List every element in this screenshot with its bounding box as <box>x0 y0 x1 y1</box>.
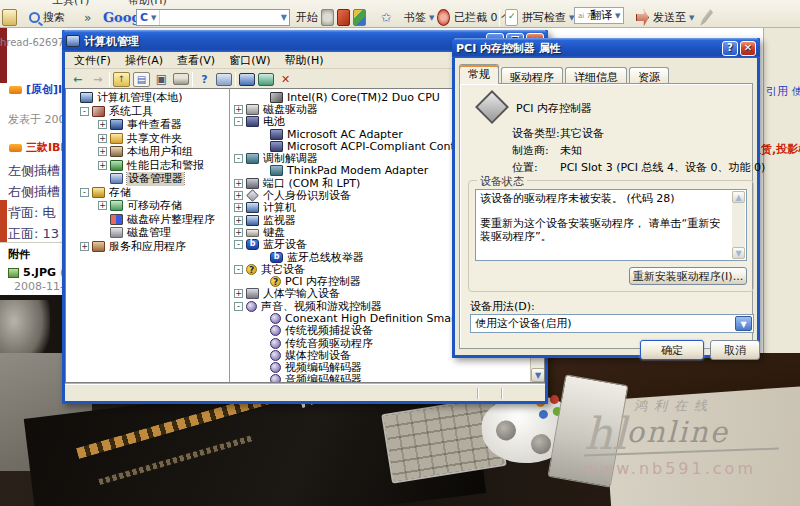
home-icon[interactable] <box>2 9 17 26</box>
device-icon <box>246 116 259 127</box>
device-icon <box>246 215 259 226</box>
browser-menu-tools[interactable]: 工具(T) <box>52 0 89 7</box>
menu-item[interactable]: 查看(V) <box>170 52 222 69</box>
tree-expand-toggle[interactable]: - <box>234 240 243 249</box>
device-tree-item[interactable]: 音频编码解码器 <box>230 374 530 382</box>
close-button[interactable]: ✕ <box>740 41 756 56</box>
console-tree-item[interactable]: 计算机管理(本地) <box>66 91 229 105</box>
console-tree-item[interactable]: + 本地用户和组 <box>66 145 229 159</box>
console-tree-item[interactable]: 设备管理器 <box>66 172 229 186</box>
google-search-box[interactable]: C▼▼ <box>136 9 290 26</box>
console-tree-item[interactable]: + 共享文件夹 <box>66 132 229 146</box>
tree-item-icon <box>110 133 123 144</box>
tree-expand-toggle[interactable]: + <box>234 289 243 298</box>
tree-expand-toggle[interactable]: - <box>234 302 243 311</box>
tree-item-label: 磁盘碎片整理程序 <box>127 213 215 227</box>
show-tree-icon[interactable]: ▤ <box>133 72 150 87</box>
console-tree-item[interactable]: - 存储 <box>66 186 229 200</box>
tree-expand-toggle[interactable]: - <box>234 154 243 163</box>
console-tree-item[interactable]: + 事件查看器 <box>66 118 229 132</box>
dialog-tab[interactable]: 资源 <box>629 67 669 84</box>
highlight-icon[interactable] <box>337 9 350 26</box>
up-one-level-icon[interactable]: ↑ <box>113 72 130 87</box>
dialog-tab[interactable]: 详细信息 <box>565 67 627 84</box>
start-button[interactable]: 开始 <box>293 9 321 26</box>
pencil-icon[interactable] <box>700 9 713 26</box>
device-icon <box>270 313 281 324</box>
tree-expand-toggle[interactable]: + <box>234 228 243 237</box>
back-icon[interactable]: ← <box>69 72 86 87</box>
tree-expand-toggle[interactable]: - <box>234 265 243 274</box>
device-tree-item[interactable]: 视频编码解码器 <box>230 362 530 374</box>
device-icon <box>246 239 259 250</box>
star-icon[interactable]: ✩ <box>381 9 392 26</box>
reinstall-driver-button[interactable]: 重新安装驱动程序(I)... <box>629 267 747 285</box>
device-label: 蓝牙设备 <box>263 239 307 251</box>
menu-item[interactable]: 窗口(W) <box>222 52 277 69</box>
dialog-tab[interactable]: 驱动程序 <box>501 67 563 84</box>
tree-item-label: 性能日志和警报 <box>127 159 204 173</box>
tree-expand-toggle[interactable]: + <box>80 242 89 251</box>
chevron-down-icon: ▼ <box>615 12 620 20</box>
export-list-icon[interactable] <box>216 73 232 86</box>
scan-hardware-icon[interactable] <box>258 73 274 86</box>
google-custom-button[interactable]: C▼ <box>137 10 160 25</box>
browser-menu-help[interactable]: 帮助(H) <box>128 0 167 7</box>
search-box-dropdown-arrow[interactable]: ▼ <box>281 13 287 22</box>
uninstall-icon[interactable]: ✕ <box>277 72 294 87</box>
device-usage-dropdown[interactable]: 使用这个设备(启用) ▼ <box>470 314 754 333</box>
console-tree-item[interactable]: + 可移动存储 <box>66 199 229 213</box>
forum-action-links[interactable]: 引用 使 <box>766 84 800 99</box>
console-tree-item[interactable]: + 服务和应用程序 <box>66 240 229 254</box>
menu-item[interactable]: 帮助(H) <box>278 52 331 69</box>
ok-button[interactable]: 确定 <box>640 340 704 360</box>
tree-expand-toggle[interactable]: + <box>98 134 107 143</box>
console-tree-item[interactable]: - 系统工具 <box>66 105 229 119</box>
spellcheck-button[interactable]: 拼写检查▼ <box>519 9 577 26</box>
tree-expand-toggle[interactable]: - <box>80 188 89 197</box>
device-icon <box>246 104 259 115</box>
forward-icon[interactable]: → <box>89 72 106 87</box>
toolbar-overflow-chevron[interactable]: » <box>84 9 91 26</box>
dialog-titlebar[interactable]: PCI 内存控制器 属性 ? ✕ <box>452 38 760 58</box>
tree-expand-toggle[interactable]: + <box>234 203 243 212</box>
browser-toolbar-row: 搜索 » Google C▼▼ 开始 ✩ 书签▼ 已拦截 0 个 拼写检查▼ a… <box>0 7 800 28</box>
menu-item[interactable]: 操作(A) <box>118 52 170 69</box>
console-tree-item[interactable]: 磁盘碎片整理程序 <box>66 213 229 227</box>
tree-expand-toggle[interactable]: - <box>80 107 89 116</box>
bookmarks-button[interactable]: 书签▼ <box>401 9 437 26</box>
options-icon[interactable] <box>353 9 366 26</box>
tree-expand-toggle[interactable]: + <box>234 105 243 114</box>
forum-spec-lines: 左侧插槽右侧插槽背面: 电正面: 13 <box>8 162 60 246</box>
statusbar-divider <box>501 388 503 399</box>
tree-expand-toggle[interactable]: + <box>234 191 243 200</box>
scroll-up-icon[interactable]: ▲ <box>732 191 745 203</box>
menu-item[interactable]: 文件(F) <box>67 52 118 69</box>
scroll-down-icon[interactable]: ▼ <box>732 247 745 259</box>
search-button[interactable]: 搜索 <box>26 9 68 26</box>
scroll-down-icon[interactable]: ▼ <box>531 368 545 382</box>
tree-expand-toggle[interactable]: + <box>98 161 107 170</box>
cancel-button[interactable]: 取消 <box>710 340 760 360</box>
translate-button[interactable]: ai 7a翻译▼ <box>574 7 624 24</box>
send-to-button[interactable]: 发送至▼ <box>650 9 697 26</box>
attachment-name: 5.JPG <box>23 266 56 279</box>
properties-icon[interactable]: ▣ <box>153 72 170 87</box>
tree-expand-toggle[interactable]: - <box>234 117 243 126</box>
circle-icon[interactable] <box>321 9 334 26</box>
print-icon[interactable] <box>173 73 189 85</box>
console-tree-item[interactable]: + 性能日志和警报 <box>66 159 229 173</box>
console-tree-item[interactable]: 磁盘管理 <box>66 226 229 240</box>
tree-expand-toggle[interactable]: + <box>234 216 243 225</box>
tree-expand-toggle[interactable]: + <box>98 120 107 129</box>
tree-expand-toggle[interactable]: + <box>98 201 107 210</box>
tree-expand-toggle[interactable]: + <box>98 147 107 156</box>
update-driver-icon[interactable] <box>239 73 255 86</box>
device-status-text[interactable]: 该设备的驱动程序未被安装。 (代码 28) 要重新为这个设备安装驱动程序， 请单… <box>475 189 747 261</box>
help-button[interactable]: ? <box>722 41 738 56</box>
dialog-tab[interactable]: 常规 <box>459 64 499 84</box>
status-scrollbar[interactable]: ▲ ▼ <box>732 191 745 259</box>
watermark-url: www.nb591.com <box>584 459 796 478</box>
tree-expand-toggle[interactable]: + <box>234 179 243 188</box>
help-icon[interactable]: ? <box>196 72 213 87</box>
